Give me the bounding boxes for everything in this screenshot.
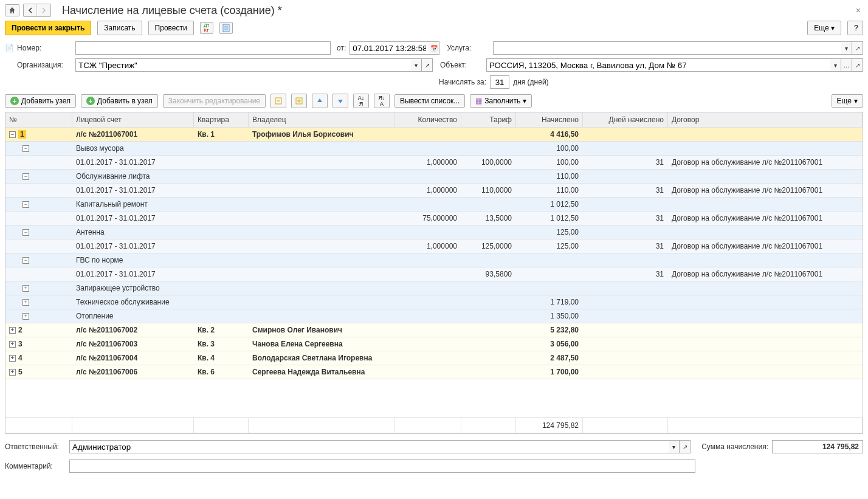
col-tariff[interactable]: Тариф [461,112,516,127]
table-row[interactable]: 01.01.2017 - 31.01.201775,00000013,50001… [5,212,863,225]
finish-edit-button[interactable]: Закончить редактирование [163,94,266,108]
days-unit-label: дня (дней) [513,78,548,86]
sum-label: Сумма начисления: [701,442,768,451]
total-charged: 124 795,82 [516,418,583,433]
expander-icon[interactable]: + [9,355,16,362]
dtkt-icon[interactable]: ДтКт [200,22,213,34]
comment-input[interactable] [69,459,695,473]
responsible-input[interactable] [69,440,669,453]
org-open-icon[interactable]: ↗ [422,58,433,72]
expand-all-icon[interactable] [291,94,307,108]
table-row[interactable]: 01.01.2017 - 31.01.20171,000000100,00001… [5,156,863,170]
comment-label: Комментарий: [5,462,66,470]
object-open-icon[interactable]: ↗ [852,58,863,72]
add-into-node-button[interactable]: +Добавить в узел [81,94,158,108]
expander-icon[interactable]: − [22,145,29,152]
responsible-dropdown-icon[interactable]: ▾ [669,440,680,453]
table-row[interactable]: + 5л/с №2011067006Кв. 6Сергеева Надежда … [5,365,863,379]
post-close-button[interactable]: Провести и закрыть [5,21,91,35]
accruals-table: № Лицевой счет Квартира Владелец Количес… [5,112,863,434]
page-title: Начисление на лицевые счета (создание) * [62,4,850,17]
service-dropdown-icon[interactable]: ▾ [841,41,852,55]
expander-icon[interactable]: − [9,131,16,138]
col-contract[interactable]: Договор [668,112,863,127]
table-row[interactable]: −Вывоз мусора100,00 [5,142,863,156]
table-row[interactable]: −Обслуживание лифта110,00 [5,170,863,184]
col-qty[interactable]: Количество [394,112,461,127]
from-label: от: [337,44,346,52]
fill-button[interactable]: ▦ Заполнить ▾ [470,94,532,108]
col-account[interactable]: Лицевой счет [72,112,194,127]
forward-icon[interactable] [37,4,50,16]
expander-icon[interactable]: + [22,299,29,306]
move-up-icon[interactable] [312,94,328,108]
number-label: Номер: [17,44,72,52]
org-input[interactable] [75,58,411,72]
table-row[interactable]: 01.01.2017 - 31.01.20171,000000125,00001… [5,239,863,253]
responsible-label: Ответственный: [5,442,66,451]
table-row[interactable]: +Запирающее устройство [5,281,863,295]
table-footer: 124 795,82 [5,418,863,433]
calendar-icon[interactable]: 📅 [429,41,439,55]
org-label: Организация: [17,61,72,69]
object-ellipsis-icon[interactable]: … [841,58,852,72]
service-input[interactable] [493,41,841,55]
col-num[interactable]: № [5,112,72,127]
col-owner[interactable]: Владелец [249,112,394,127]
print-list-button[interactable]: Вывести список... [394,94,465,108]
accrue-label: Начислять за: [439,78,486,86]
table-row[interactable]: 01.01.2017 - 31.01.20171,000000110,00001… [5,184,863,198]
date-input[interactable] [350,41,429,55]
table-row[interactable]: −Капитальный ремонт1 012,50 [5,198,863,212]
org-dropdown-icon[interactable]: ▾ [411,58,422,72]
service-open-icon[interactable]: ↗ [852,41,863,55]
expander-icon[interactable]: + [9,341,16,348]
table-row[interactable]: −Антенна125,00 [5,225,863,239]
expander-icon[interactable]: + [22,285,29,292]
collapse-all-icon[interactable] [270,94,286,108]
sort-asc-icon[interactable]: А↓Я [353,94,369,108]
more-button[interactable]: Еще ▾ [807,21,841,35]
object-input[interactable] [486,58,830,72]
save-button[interactable]: Записать [97,21,142,35]
table-header: № Лицевой счет Квартира Владелец Количес… [5,112,863,128]
responsible-open-icon[interactable]: ↗ [680,440,691,453]
help-button[interactable]: ? [847,21,863,35]
more-table-button[interactable]: Еще ▾ [832,94,863,108]
table-row[interactable]: − 1л/с №2011067001Кв. 1Трофимов Илья Бор… [5,128,863,142]
table-row[interactable]: + 4л/с №2011067004Кв. 4Володарская Светл… [5,351,863,365]
object-label: Объект: [440,61,483,69]
table-row[interactable]: +Отопление1 350,00 [5,309,863,323]
expander-icon[interactable]: − [22,201,29,208]
number-input[interactable] [75,41,331,55]
move-down-icon[interactable] [332,94,348,108]
plus-icon: + [10,97,19,105]
table-row[interactable]: + 3л/с №2011067003Кв. 3Чанова Елена Серг… [5,337,863,351]
expander-icon[interactable]: − [22,257,29,264]
home-icon[interactable] [5,4,19,16]
table-row[interactable]: 01.01.2017 - 31.01.201793,580031Договор … [5,267,863,281]
back-icon[interactable] [24,4,37,16]
add-node-button[interactable]: +Добавить узел [5,94,76,108]
table-row[interactable]: −ГВС по норме [5,253,863,267]
table-row[interactable]: + 2л/с №2011067002Кв. 2Смирнов Олег Иван… [5,323,863,337]
col-apt[interactable]: Квартира [194,112,249,127]
expander-icon[interactable]: + [9,369,16,376]
expander-icon[interactable]: − [22,173,29,180]
service-label: Услуга: [447,44,489,52]
sort-desc-icon[interactable]: Я↓А [374,94,390,108]
plus-icon: + [86,97,95,105]
accrue-days-input[interactable] [490,75,509,89]
table-row[interactable]: +Техническое обслуживание1 719,00 [5,295,863,309]
object-dropdown-icon[interactable]: ▾ [830,58,841,72]
document-icon[interactable] [219,22,233,34]
expander-icon[interactable]: + [9,327,16,334]
post-button[interactable]: Провести [148,21,194,35]
expander-icon[interactable]: + [22,313,29,320]
doc-status-icon: 📄 [5,44,13,52]
sum-value: 124 795,82 [772,440,863,453]
expander-icon[interactable]: − [22,229,29,236]
col-charged[interactable]: Начислено [516,112,583,127]
close-icon[interactable]: × [853,5,863,15]
col-days[interactable]: Дней начислено [583,112,668,127]
